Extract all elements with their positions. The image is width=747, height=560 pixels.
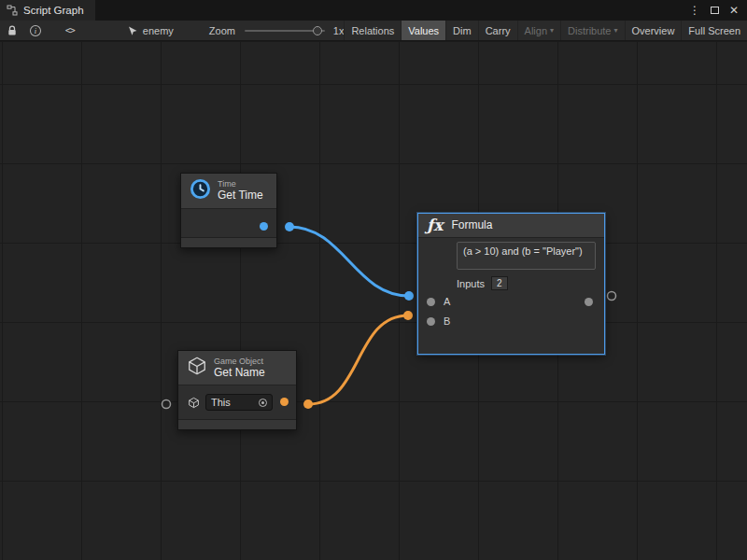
get-name-category: Game Object [214,357,265,366]
align-label: Align [525,25,547,36]
get-name-output-port[interactable] [280,398,289,406]
get-time-header: Time Get Time [181,174,276,209]
dim-label: Dim [453,25,472,36]
relations-button[interactable]: Relations [344,21,401,40]
get-time-body [181,209,276,237]
connection-start-dot-orange [303,399,313,409]
formula-title: Formula [451,218,492,231]
formula-header: ƒx Formula [418,214,604,238]
align-button[interactable]: Align▾ [517,21,560,40]
formula-inputs-label: Inputs [457,278,485,289]
tab-script-graph[interactable]: Script Graph [0,0,95,21]
script-graph-icon [7,5,18,16]
get-time-title: Get Time [218,189,263,202]
cube-icon [187,356,207,380]
toolbar-buttons: Relations Values Dim Carry Align▾ Distri… [344,21,747,40]
node-get-time[interactable]: Time Get Time [180,173,277,248]
object-picker-icon[interactable] [259,399,267,407]
dim-button[interactable]: Dim [445,21,478,40]
zoom-label: Zoom [209,25,235,36]
values-label: Values [408,25,439,36]
full-screen-button[interactable]: Full Screen [681,21,747,40]
graph-canvas[interactable] [0,41,747,560]
window-menu-icon[interactable]: ⋮ [686,2,703,19]
graph-toolbar: i <> enemy Zoom 1x Relations Values Dim … [0,21,747,41]
zoom-slider-handle[interactable] [313,26,322,35]
window-titlebar: Script Graph ⋮ ✕ [0,0,747,21]
connection-end-dot-blue [404,291,414,301]
get-time-category: Time [218,179,263,189]
cube-icon-small [188,397,200,409]
relations-label: Relations [351,25,394,36]
values-button[interactable]: Values [401,21,445,40]
overview-button[interactable]: Overview [625,21,682,40]
carry-label: Carry [486,25,511,36]
close-button[interactable]: ✕ [726,2,742,19]
get-name-title: Get Name [214,366,265,379]
get-name-footer [178,419,296,429]
connection-start-dot-blue [285,222,294,231]
get-name-target-value: This [211,397,231,408]
tab-title: Script Graph [23,5,84,16]
info-icon[interactable]: i [30,25,41,36]
get-time-footer [181,237,276,247]
get-name-target-field[interactable]: This [205,394,273,411]
lock-icon[interactable] [7,25,17,36]
window-controls: ⋮ ✕ [686,0,747,21]
formula-result-port[interactable] [585,298,593,306]
formula-inputs-row: Inputs 2 [457,274,604,292]
get-time-output-port[interactable] [260,222,268,231]
distribute-label: Distribute [568,25,611,36]
chevron-down-icon: ▾ [550,26,554,35]
formula-input-b-label: B [444,315,450,327]
graph-pointer-icon [127,25,138,36]
maximize-icon [711,7,719,14]
formula-input-a-label: A [444,296,450,307]
formula-port-row-a: A [418,292,604,312]
formula-input-a-port[interactable] [427,298,435,306]
get-name-body: This [178,385,296,419]
chevron-down-icon: ▾ [614,26,618,35]
node-get-name[interactable]: Game Object Get Name This [177,350,297,430]
get-name-header: Game Object Get Name [178,351,296,385]
graph-name-label[interactable]: enemy [143,25,174,36]
formula-input-b-port[interactable] [427,317,435,326]
overview-label: Overview [632,25,675,36]
formula-expression-input[interactable]: (a > 10) and (b = "Player") [457,242,596,270]
node-formula[interactable]: ƒx Formula (a > 10) and (b = "Player") I… [417,213,605,355]
zoom-value: 1x [333,25,345,36]
clock-icon [190,178,211,203]
distribute-button[interactable]: Distribute▾ [560,21,624,40]
formula-port-row-b: B [418,312,604,331]
connection-end-dot-orange [403,311,413,320]
carry-button[interactable]: Carry [478,21,517,40]
zoom-slider[interactable] [245,30,325,32]
formula-inputs-count[interactable]: 2 [491,276,508,290]
formula-fx-icon: ƒx [427,217,443,233]
maximize-button[interactable] [706,2,723,19]
code-icon[interactable]: <> [65,25,75,35]
full-screen-label: Full Screen [688,25,740,36]
